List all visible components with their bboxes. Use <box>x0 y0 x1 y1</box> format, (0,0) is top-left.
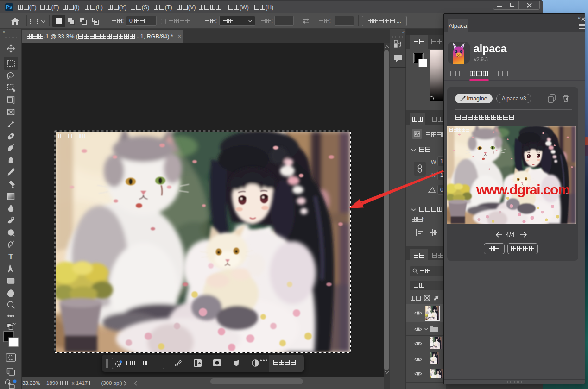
svg-text:T: T <box>8 252 13 261</box>
